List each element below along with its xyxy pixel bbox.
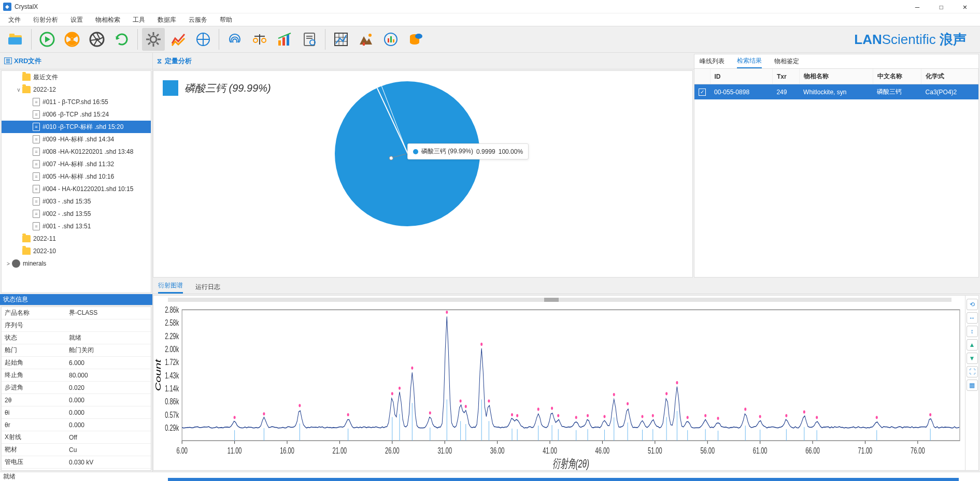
svg-text:衍射角(2θ): 衍射角(2θ) [552, 457, 589, 470]
spectrum-tab-0[interactable]: 衍射图谱 [158, 279, 183, 294]
col-header[interactable]: 中文名称 [873, 69, 921, 84]
svg-point-107 [465, 405, 467, 408]
status-key: 舱门 [2, 346, 69, 355]
col-header[interactable]: ID [710, 69, 772, 84]
file-item[interactable]: ≡#002 - .shd 13:55 [2, 208, 151, 220]
up-button[interactable]: ▲ [967, 339, 978, 351]
svg-point-105 [460, 399, 462, 402]
svg-point-87 [234, 416, 236, 419]
fingerprint-button[interactable] [223, 28, 246, 51]
col-header[interactable]: 化学式 [921, 69, 978, 84]
svg-text:36.00: 36.00 [490, 445, 505, 455]
col-header[interactable]: Txr [772, 69, 799, 84]
menu-7[interactable]: 帮助 [214, 14, 238, 25]
radiation-button[interactable] [61, 28, 83, 51]
status-key: 序列号 [2, 321, 69, 330]
file-item[interactable]: ≡#008 -HA-K01220201 .shd 13:48 [2, 145, 151, 158]
svg-point-141 [687, 416, 689, 419]
window-minimize-button[interactable]: — [905, 0, 929, 13]
file-item[interactable]: ≡#003 - .shd 15:35 [2, 195, 151, 208]
menu-0[interactable]: 文件 [2, 14, 27, 25]
legend-text: 磷酸三钙 (99.99%) [184, 81, 271, 95]
col-header[interactable] [694, 69, 710, 84]
diffraction-chart[interactable]: 2.86k2.58k2.29k2.00k1.72k1.43k1.14k0.86k… [153, 296, 965, 470]
menu-1[interactable]: 衍射分析 [27, 14, 64, 25]
results-table[interactable]: IDTxr物相名称中文名称化学式 ✓00-055-0898249Whitlock… [694, 69, 978, 99]
svg-point-133 [641, 415, 643, 418]
refresh-button[interactable] [110, 28, 133, 51]
play-button[interactable] [36, 28, 59, 51]
file-item[interactable]: ≡#009 -HA-标样 .shd 14:34 [2, 133, 151, 145]
results-tab-2[interactable]: 物相鉴定 [774, 55, 799, 68]
status-value: Cu [69, 446, 151, 454]
file-item[interactable]: ≡#007 -HA-标样 .shd 11:32 [2, 158, 151, 170]
menu-5[interactable]: 数据库 [151, 14, 182, 25]
open-file-button[interactable] [4, 28, 27, 51]
menu-2[interactable]: 设置 [64, 14, 89, 25]
report-button[interactable] [298, 28, 321, 51]
analytics-button[interactable] [273, 28, 296, 51]
svg-text:2.86k: 2.86k [165, 305, 179, 315]
zoom-x-button[interactable]: ↔ [967, 312, 978, 324]
svg-text:31.00: 31.00 [437, 445, 452, 455]
file-item[interactable]: ≡#001 - .shd 13:51 [2, 220, 151, 232]
tooltip-percent: 100.00% [499, 148, 523, 155]
folder-item[interactable]: 最近文件 [2, 71, 151, 83]
svg-point-145 [717, 417, 719, 420]
svg-rect-40 [393, 39, 394, 42]
spectrum-tab-1[interactable]: 运行日志 [195, 281, 220, 294]
menu-4[interactable]: 工具 [126, 14, 151, 25]
file-item[interactable]: ≡#006 -β-TCP .shd 15:24 [2, 108, 151, 121]
svg-line-12 [148, 34, 150, 36]
results-tab-1[interactable]: 检索结果 [737, 54, 762, 68]
fullscreen-button[interactable]: ⛶ [967, 366, 978, 377]
target-button[interactable] [192, 28, 215, 51]
table-row[interactable]: ✓00-055-0898249Whitlockite, syn磷酸三钙Ca3(P… [694, 84, 978, 100]
menu-6[interactable]: 云服务 [182, 14, 214, 25]
status-row: 产品名称界-CLASS [2, 307, 151, 319]
file-item[interactable]: ≡#005 -HA-标样 .shd 10:16 [2, 170, 151, 183]
chart-button[interactable] [167, 28, 190, 51]
grid-button[interactable]: ▦ [967, 380, 978, 391]
reset-zoom-button[interactable]: ⟲ [967, 299, 978, 310]
tooltip-label: 磷酸三钙 (99.99%) [421, 147, 473, 156]
folder-item[interactable]: 2022-10 [2, 245, 151, 257]
menu-3[interactable]: 物相检索 [89, 14, 126, 25]
check-icon: ✓ [699, 89, 706, 96]
svg-text:21.00: 21.00 [333, 445, 347, 455]
tree-label: #008 -HA-K01220201 .shd 13:48 [42, 148, 133, 155]
down-button[interactable]: ▼ [967, 353, 978, 364]
svg-point-115 [516, 414, 518, 417]
file-item[interactable]: ≡#011 - β-TCP.shd 16:55 [2, 96, 151, 108]
svg-text:56.00: 56.00 [700, 445, 715, 455]
col-header[interactable]: 物相名称 [799, 69, 873, 84]
chart-side-toolbar: ⟲ ↔ ↕ ▲ ▼ ⛶ ▦ [965, 296, 978, 470]
svg-text:1.14k: 1.14k [165, 384, 179, 393]
grid-view-button[interactable] [330, 28, 352, 51]
zoom-y-button[interactable]: ↕ [967, 326, 978, 337]
stats-circle-button[interactable] [379, 28, 402, 51]
folder-item[interactable]: v2022-12 [2, 83, 151, 96]
status-row: θi0.000 [2, 406, 151, 419]
folder-item[interactable]: >minerals [2, 257, 151, 270]
status-key: 起始角 [2, 358, 69, 367]
window-close-button[interactable]: ✕ [953, 0, 977, 13]
folder-item[interactable]: 2022-11 [2, 232, 151, 245]
results-tab-0[interactable]: 峰线列表 [700, 55, 725, 68]
balance-button[interactable] [248, 28, 271, 51]
svg-rect-2 [8, 37, 22, 45]
svg-rect-23 [278, 40, 281, 46]
svg-text:46.00: 46.00 [595, 445, 610, 455]
file-tree[interactable]: 最近文件v2022-12≡#011 - β-TCP.shd 16:55≡#006… [1, 70, 151, 293]
tree-label: #011 - β-TCP.shd 16:55 [42, 98, 108, 106]
file-item[interactable]: ≡#010 -β-TCP-标样 .shd 15:20 [2, 121, 151, 133]
chart-top-scrollbar[interactable] [168, 298, 951, 302]
mountain-button[interactable] [354, 28, 377, 51]
file-item[interactable]: ≡#004 - HA-K01220201.shd 10:15 [2, 183, 151, 195]
chart-h-scrollbar[interactable] [168, 478, 959, 481]
window-maximize-button[interactable]: ☐ [929, 0, 953, 13]
gear-button[interactable] [142, 28, 165, 51]
svg-point-153 [803, 411, 805, 414]
aperture-button[interactable] [86, 28, 108, 51]
db-cloud-button[interactable] [404, 28, 427, 51]
